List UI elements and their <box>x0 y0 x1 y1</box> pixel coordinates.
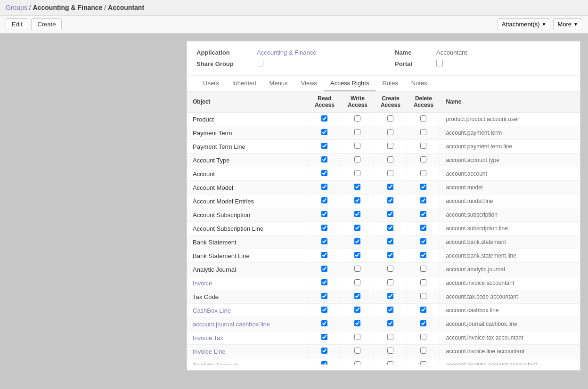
cell-write[interactable] <box>341 181 374 194</box>
cell-write[interactable] <box>341 208 374 222</box>
cell-write[interactable] <box>341 358 374 365</box>
portal-checkbox[interactable] <box>436 60 571 68</box>
cell-write[interactable] <box>341 154 374 167</box>
cell-delete[interactable] <box>407 304 440 317</box>
more-button[interactable]: More ▼ <box>553 18 582 30</box>
cell-read[interactable] <box>308 222 341 235</box>
cell-write[interactable] <box>341 249 374 263</box>
cell-create[interactable] <box>374 290 407 304</box>
cell-delete[interactable] <box>407 276 440 290</box>
cell-object[interactable]: Invoice <box>187 276 308 290</box>
cell-delete[interactable] <box>407 249 440 263</box>
cell-read[interactable] <box>308 126 341 140</box>
cell-write[interactable] <box>341 331 374 345</box>
cell-write[interactable] <box>341 235 374 249</box>
cell-delete[interactable] <box>407 358 440 365</box>
create-button[interactable]: Create <box>31 18 62 30</box>
cell-create[interactable] <box>374 235 407 249</box>
cell-write[interactable] <box>341 345 374 358</box>
cell-read[interactable] <box>308 167 341 181</box>
cell-create[interactable] <box>374 358 407 365</box>
cell-delete[interactable] <box>407 167 440 181</box>
tab-users[interactable]: Users <box>196 76 226 91</box>
cell-read[interactable] <box>308 345 341 358</box>
cell-read[interactable] <box>308 290 341 304</box>
cell-create[interactable] <box>374 345 407 358</box>
cell-object[interactable]: Invoice Tax <box>187 331 308 345</box>
cell-create[interactable] <box>374 317 407 331</box>
scroll-area[interactable]: Object ReadAccess WriteAccess CreateAcce… <box>187 91 580 365</box>
cell-create[interactable] <box>374 222 407 235</box>
tab-views[interactable]: Views <box>294 76 324 91</box>
cell-read[interactable] <box>308 249 341 263</box>
cell-write[interactable] <box>341 126 374 140</box>
portal-label: Portal <box>395 60 433 67</box>
cell-create[interactable] <box>374 181 407 194</box>
cell-delete[interactable] <box>407 317 440 331</box>
cell-read[interactable] <box>308 181 341 194</box>
cell-write[interactable] <box>341 290 374 304</box>
cell-read[interactable] <box>308 194 341 208</box>
cell-object[interactable]: Invoice Line <box>187 345 308 358</box>
cell-create[interactable] <box>374 331 407 345</box>
cell-read[interactable] <box>308 154 341 167</box>
cell-create[interactable] <box>374 167 407 181</box>
cell-delete[interactable] <box>407 331 440 345</box>
cell-read[interactable] <box>308 208 341 222</box>
tab-notes[interactable]: Notes <box>405 76 434 91</box>
tab-menus[interactable]: Menus <box>263 76 294 91</box>
cell-object[interactable]: CashBox Line <box>187 304 308 317</box>
cell-create[interactable] <box>374 249 407 263</box>
cell-delete[interactable] <box>407 194 440 208</box>
cell-write[interactable] <box>341 113 374 126</box>
cell-delete[interactable] <box>407 263 440 276</box>
cell-delete[interactable] <box>407 113 440 126</box>
tab-rules[interactable]: Rules <box>376 76 404 91</box>
cell-read[interactable] <box>308 113 341 126</box>
cell-create[interactable] <box>374 113 407 126</box>
cell-create[interactable] <box>374 263 407 276</box>
cell-delete[interactable] <box>407 208 440 222</box>
cell-read[interactable] <box>308 331 341 345</box>
cell-object[interactable]: account.journal.cashbox.line <box>187 317 308 331</box>
application-value[interactable]: Accounting & Finance <box>257 49 391 56</box>
cell-delete[interactable] <box>407 154 440 167</box>
share-group-checkbox[interactable] <box>257 60 391 68</box>
cell-object[interactable]: Analytic Account <box>187 358 308 365</box>
cell-read[interactable] <box>308 317 341 331</box>
cell-create[interactable] <box>374 194 407 208</box>
cell-delete[interactable] <box>407 140 440 154</box>
cell-read[interactable] <box>308 263 341 276</box>
table-row: Invoiceaccount.invoice accountant <box>187 276 580 290</box>
cell-create[interactable] <box>374 304 407 317</box>
cell-create[interactable] <box>374 140 407 154</box>
cell-write[interactable] <box>341 167 374 181</box>
cell-delete[interactable] <box>407 345 440 358</box>
cell-write[interactable] <box>341 140 374 154</box>
cell-write[interactable] <box>341 263 374 276</box>
cell-read[interactable] <box>308 358 341 365</box>
cell-read[interactable] <box>308 304 341 317</box>
tab-inherited[interactable]: Inherited <box>226 76 263 91</box>
cell-delete[interactable] <box>407 235 440 249</box>
cell-read[interactable] <box>308 140 341 154</box>
cell-delete[interactable] <box>407 181 440 194</box>
cell-delete[interactable] <box>407 126 440 140</box>
cell-delete[interactable] <box>407 222 440 235</box>
cell-delete[interactable] <box>407 290 440 304</box>
cell-write[interactable] <box>341 194 374 208</box>
tab-access-rights[interactable]: Access Rights <box>324 76 376 91</box>
attachments-button[interactable]: Attachment(s) ▼ <box>498 18 551 30</box>
breadcrumb-groups[interactable]: Groups <box>6 4 27 11</box>
cell-read[interactable] <box>308 235 341 249</box>
cell-write[interactable] <box>341 304 374 317</box>
cell-write[interactable] <box>341 317 374 331</box>
cell-create[interactable] <box>374 154 407 167</box>
cell-create[interactable] <box>374 126 407 140</box>
cell-create[interactable] <box>374 208 407 222</box>
cell-read[interactable] <box>308 276 341 290</box>
cell-write[interactable] <box>341 222 374 235</box>
edit-button[interactable]: Edit <box>6 18 28 30</box>
cell-create[interactable] <box>374 276 407 290</box>
cell-write[interactable] <box>341 276 374 290</box>
